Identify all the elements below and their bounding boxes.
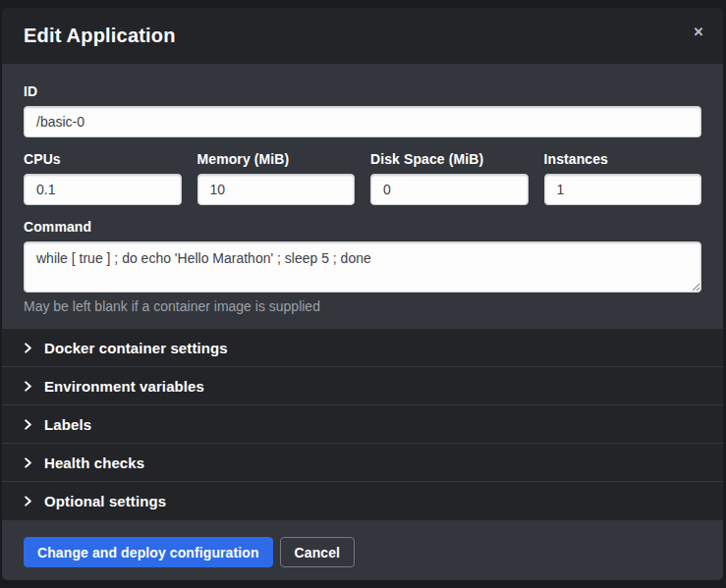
command-field-group: Command while [ true ] ; do echo 'Hello …	[24, 219, 701, 315]
command-label: Command	[24, 219, 701, 236]
disk-space-label: Disk Space (MiB)	[370, 151, 529, 168]
memory-field-group: Memory (MiB)	[197, 151, 356, 205]
memory-label: Memory (MiB)	[197, 151, 356, 168]
disk-space-field-group: Disk Space (MiB)	[370, 151, 529, 205]
resources-row: CPUs Memory (MiB) Disk Space (MiB) Insta…	[24, 151, 701, 205]
chevron-right-icon	[23, 419, 33, 430]
section-label: Optional settings	[44, 493, 166, 509]
section-label: Labels	[44, 416, 91, 433]
cpus-label: CPUs	[24, 151, 182, 168]
edit-application-modal: Edit Application ✕ ID CPUs Memory (MiB) …	[2, 8, 723, 580]
modal-body: ID CPUs Memory (MiB) Disk Space (MiB) In…	[2, 64, 723, 329]
close-icon: ✕	[694, 25, 704, 39]
close-button[interactable]: ✕	[688, 22, 709, 43]
disk-space-input[interactable]	[370, 174, 529, 205]
instances-input[interactable]	[544, 174, 702, 205]
id-label: ID	[24, 83, 701, 100]
section-optional-settings[interactable]: Optional settings	[2, 482, 723, 520]
section-environment-variables[interactable]: Environment variables	[2, 367, 723, 405]
cancel-button[interactable]: Cancel	[280, 537, 356, 567]
change-and-deploy-button[interactable]: Change and deploy configuration	[24, 537, 273, 567]
section-label: Health checks	[44, 454, 144, 471]
instances-field-group: Instances	[544, 151, 702, 205]
chevron-right-icon	[23, 457, 33, 468]
memory-input[interactable]	[197, 174, 356, 205]
section-label: Environment variables	[44, 378, 204, 395]
modal-footer: Change and deploy configuration Cancel	[2, 520, 723, 580]
cpus-input[interactable]	[24, 174, 182, 205]
cpus-field-group: CPUs	[24, 151, 182, 205]
section-health-checks[interactable]: Health checks	[2, 444, 723, 482]
modal-header: Edit Application ✕	[2, 8, 723, 64]
accordion-sections: Docker container settings Environment va…	[2, 329, 723, 520]
section-labels[interactable]: Labels	[2, 405, 723, 444]
section-label: Docker container settings	[44, 340, 228, 356]
chevron-right-icon	[23, 343, 33, 353]
command-help-text: May be left blank if a container image i…	[24, 298, 701, 315]
id-input[interactable]	[24, 106, 701, 137]
section-docker-container-settings[interactable]: Docker container settings	[2, 329, 723, 367]
chevron-right-icon	[23, 381, 33, 392]
id-field-group: ID	[24, 83, 701, 137]
command-textarea[interactable]: while [ true ] ; do echo 'Hello Marathon…	[24, 241, 701, 293]
chevron-right-icon	[23, 496, 33, 507]
instances-label: Instances	[544, 151, 702, 168]
page-title: Edit Application	[24, 25, 176, 47]
